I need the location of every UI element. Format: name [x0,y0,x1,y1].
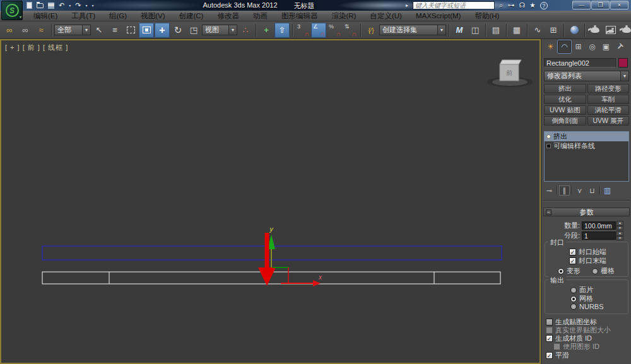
angle-snap-toggle[interactable]: ∠ ∩ [311,23,326,38]
select-and-manipulate-button[interactable]: + [259,23,274,38]
spin-up-icon[interactable]: ▲ [616,231,623,236]
cap-end-checkbox[interactable]: ✓ [569,257,576,264]
selection-filter-dropdown[interactable]: 全部 ▼ [54,25,91,35]
cap-end-row[interactable]: ✓ 封口末端 [569,256,606,266]
unlink-selection-icon[interactable]: ∞ [18,23,33,38]
layer-manager-button[interactable]: ▤ [488,23,504,38]
menu-rendering[interactable]: 渲染(R) [324,11,363,21]
menu-modifiers[interactable]: 修改器 [210,11,246,21]
curve-editor-button[interactable]: ∿ [530,23,545,38]
viewcube-top-face[interactable] [500,60,521,64]
mirror-button[interactable]: M [452,23,467,38]
viewport-front[interactable]: [ + ] [ 前 ] [ 线框 ] 前 y [0,39,541,364]
generate-mapping-checkbox[interactable] [546,319,553,326]
subscription-key-icon[interactable]: ⊶ [507,1,514,9]
patch-radio[interactable] [570,287,577,293]
nurbs-radio-row[interactable]: NURBS [570,303,604,310]
show-end-result-icon[interactable]: ∥ [559,185,570,196]
menu-views[interactable]: 视图(V) [134,11,172,21]
spin-down-icon[interactable]: ▼ [616,226,623,231]
favorites-star-icon[interactable]: ★ [529,1,536,9]
modifier-button-lathe[interactable]: 车削 [587,95,630,104]
select-and-move-button[interactable]: + [155,23,170,38]
menu-customize[interactable]: 自定义(U) [363,11,408,21]
graphite-ribbon-toggle[interactable]: ▦ [509,23,524,38]
modifier-button-extrude[interactable]: 挤出 [544,84,586,93]
bind-to-space-warp-icon[interactable]: ≈ [33,23,49,38]
remove-modifier-icon[interactable]: ⊔ [587,185,598,196]
undo-dropdown-icon[interactable]: ▾ [69,3,71,8]
morph-radio-row[interactable]: 变形 [558,266,581,276]
select-and-rotate-button[interactable]: ↻ [170,23,186,38]
cap-start-row[interactable]: ✓ 封口始端 [569,247,606,257]
snaps-toggle-3d[interactable]: 3 ∩ [295,23,310,38]
smooth-row[interactable]: ✓ 平滑 [546,351,569,360]
undo-icon[interactable]: ↶ [59,2,64,9]
help-icon[interactable]: ? [540,2,548,9]
select-and-link-icon[interactable]: ∞ [2,23,17,38]
tab-motion[interactable]: ◎ [586,40,599,53]
keyboard-override-toggle[interactable]: ⇧ [274,23,290,38]
modifier-button-pathdeform[interactable]: 路径变形 [587,84,630,93]
open-file-icon[interactable] [37,3,44,8]
application-menu-button[interactable]: S ▾ [1,1,23,20]
spinner-snap-toggle[interactable]: ⇅ ∩ [343,23,358,38]
selection-region-button[interactable] [123,23,138,38]
rollout-collapse-icon[interactable]: − [546,209,551,215]
cap-start-checkbox[interactable]: ✓ [569,249,576,255]
spin-up-icon[interactable]: ▲ [616,221,623,226]
window-crossing-toggle[interactable] [139,23,154,38]
pin-stack-icon[interactable]: ⊸ [544,185,555,196]
infocenter-collapse-icon[interactable]: ▸ [406,3,408,8]
mesh-radio-row[interactable]: 网格 [570,294,593,303]
configure-modifier-sets-icon[interactable]: ▥ [602,185,613,196]
tab-utilities[interactable]: T [611,38,629,56]
make-unique-icon[interactable]: ⋎ [574,185,585,196]
search-icon[interactable]: ⌕ [499,1,503,9]
segments-spinner[interactable]: ▲ ▼ [616,231,623,240]
menu-tools[interactable]: 工具(T) [64,11,102,21]
save-file-icon[interactable] [48,3,54,9]
menu-group[interactable]: 组(G) [102,11,134,21]
render-setup-button[interactable] [587,23,603,38]
reference-coordinate-dropdown[interactable]: 视图 ▼ [202,25,237,35]
minimize-button[interactable]: — [572,1,591,9]
modifier-button-optimize[interactable]: 优化 [544,95,586,104]
object-color-swatch[interactable] [618,58,628,68]
use-shape-id-row[interactable]: 使用图形 ID [553,342,599,351]
modifier-button-turbosmooth[interactable]: 涡轮平滑 [587,105,630,115]
modifier-enabled-bulb-icon[interactable] [546,134,551,139]
tab-create[interactable]: ☀ [544,40,557,53]
modifier-button-unwrapuvw[interactable]: UVW 展开 [587,116,630,126]
percent-snap-toggle[interactable]: % ∩ [327,23,342,38]
redo-icon[interactable]: ↷ [75,2,81,9]
morph-radio[interactable] [558,268,564,274]
amount-spinner[interactable]: ▲ ▼ [616,221,623,230]
use-shape-id-checkbox[interactable] [553,343,560,350]
menu-edit[interactable]: 编辑(E) [27,11,64,21]
menu-animation[interactable]: 动画 [246,11,274,21]
align-button[interactable]: ◫ [468,23,483,38]
grid-radio[interactable] [592,268,598,274]
generate-material-id-checkbox[interactable]: ✓ [546,335,553,342]
modifier-list-dropdown[interactable]: 修改器列表 ▼ [544,71,629,81]
amount-input[interactable]: 100.0mm [582,221,616,230]
select-object-button[interactable]: ↖ [91,23,107,38]
tab-modify[interactable]: ◠ [558,40,571,53]
nurbs-radio[interactable] [570,303,577,310]
render-production-button[interactable] [619,23,631,38]
close-button[interactable]: × [610,1,628,9]
smooth-checkbox[interactable]: ✓ [546,352,553,359]
schematic-view-button[interactable]: ⊞ [546,23,561,38]
use-center-flyout-button[interactable]: ∴ [238,23,253,38]
patch-radio-row[interactable]: 面片 [570,285,593,295]
tab-hierarchy[interactable]: ⊞ [572,40,585,53]
redo-dropdown-icon[interactable]: ▾ [85,3,87,8]
menu-graph-editors[interactable]: 图形编辑器 [274,11,325,21]
viewport-canvas[interactable]: 前 y x [1,40,540,363]
spin-down-icon[interactable]: ▼ [616,236,623,241]
object-name-field[interactable]: Rectangle002 [544,58,616,68]
modifier-button-bevelprofile[interactable]: 倒角剖面 [544,116,586,126]
modifier-button-uvwmap[interactable]: UVW 贴图 [544,105,586,115]
search-input[interactable] [413,1,495,9]
